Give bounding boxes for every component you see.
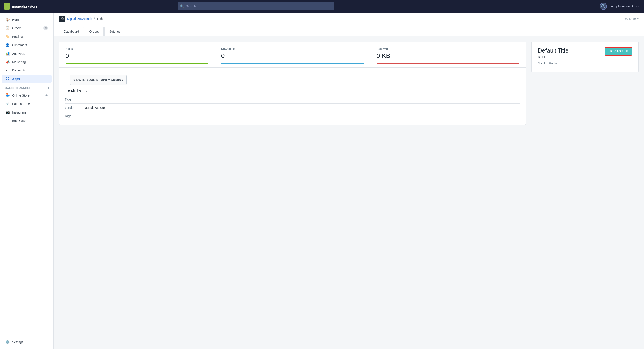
sidebar-item-online-store[interactable]: 🏪 Online Store 👁 [2,91,52,99]
sidebar-item-label: Buy Button [12,119,28,122]
topnav-right: mageplazastore Admin [600,3,640,10]
content-area: Sales 0 Downloads 0 Bandwidth [54,36,644,130]
lower-section: Sales 0 Downloads 0 Bandwidth [59,41,639,125]
product-type-label: Type [64,98,82,101]
sidebar-item-label: Orders [12,26,22,30]
sidebar-item-customers[interactable]: 👤 Customers [2,41,52,49]
orders-badge: 9 [44,26,48,30]
svg-rect-3 [6,79,8,80]
product-vendor-label: Vendor [64,106,82,109]
marketing-icon: 📣 [5,60,10,64]
breadcrumb-app-link[interactable]: Digital Downloads [67,17,92,20]
view-admin-button[interactable]: VIEW IN YOUR SHOPIFY ADMIN › [70,75,126,85]
svg-rect-1 [6,77,8,78]
sidebar-item-label: Customers [12,43,27,47]
point-of-sale-icon: 🛒 [5,102,10,106]
instagram-icon: 📷 [5,110,10,114]
main-layout: 🏠 Home 📋 Orders 9 🏷️ Products 👤 Customer… [0,12,644,349]
sidebar-item-label: Online Store [12,94,30,97]
stat-sales-bar [66,63,208,64]
stat-downloads-label: Downloads [221,47,364,50]
sidebar-item-analytics[interactable]: 📊 Analytics [2,49,52,58]
variant-title: Default Title [538,47,568,54]
upload-file-button[interactable]: UPLOAD FILE [605,47,632,56]
stats-row: Sales 0 Downloads 0 Bandwidth [59,42,526,68]
stat-sales-label: Sales [66,47,208,50]
tabs-bar: Dashboard Orders Settings [54,25,644,36]
breadcrumb-separator: / [94,17,95,20]
sidebar-item-label: Apps [12,77,20,81]
settings-icon: ⚙️ [5,340,10,344]
variant-header: Default Title $0.00 No file attached UPL… [538,47,632,65]
stats-card: Sales 0 Downloads 0 Bandwidth [59,41,526,125]
sidebar-item-buy-button[interactable]: 🛍 Buy Button [2,117,52,125]
sidebar-item-point-of-sale[interactable]: 🛒 Point of Sale [2,100,52,108]
analytics-icon: 📊 [5,51,10,56]
product-tags-label: Tags [64,114,82,118]
no-file-label: No file attached [538,61,568,65]
product-name: Trendy T-shirt [64,88,520,95]
tab-settings[interactable]: Settings [104,27,125,36]
sidebar-item-home[interactable]: 🏠 Home [2,15,52,24]
variant-info: Default Title $0.00 No file attached [538,47,568,65]
discounts-icon: 🏷 [5,68,10,72]
search-container: 🔍 [178,2,334,10]
sidebar-item-marketing[interactable]: 📣 Marketing [2,58,52,66]
sidebar-item-label: Products [12,35,24,38]
visibility-icon[interactable]: 👁 [45,94,48,97]
tab-dashboard[interactable]: Dashboard [59,27,84,36]
stat-bandwidth: Bandwidth 0 KB [370,42,526,67]
sidebar-main-nav: 🏠 Home 📋 Orders 9 🏷️ Products 👤 Customer… [0,15,54,83]
stat-bandwidth-value: 0 KB [376,52,520,59]
stat-downloads-value: 0 [221,52,364,59]
stat-downloads: Downloads 0 [215,42,370,67]
sidebar-item-settings[interactable]: ⚙️ Settings [2,338,52,346]
add-sales-channel-button[interactable]: + [48,86,50,90]
brand-logo[interactable]: mageplazastore [4,3,44,9]
product-field-type: Type [64,95,520,104]
sidebar-item-apps[interactable]: Apps [2,75,52,83]
svg-rect-2 [8,77,10,78]
product-field-tags: Tags [64,112,520,120]
product-field-vendor: Vendor mageplazastore [64,104,520,112]
sidebar-item-label: Home [12,18,20,21]
left-column: Sales 0 Downloads 0 Bandwidth [59,41,526,125]
main-content: Digital Downloads / T-shirt by Shopify D… [54,12,644,349]
by-shopify-label: by Shopify [625,17,639,20]
variant-card: Default Title $0.00 No file attached UPL… [531,41,639,72]
sidebar-item-orders[interactable]: 📋 Orders 9 [2,24,52,32]
tab-orders[interactable]: Orders [85,27,104,36]
sidebar-item-label: Marketing [12,60,26,64]
search-input[interactable] [178,2,334,10]
sidebar-item-discounts[interactable]: 🏷 Discounts [2,66,52,74]
breadcrumb: Digital Downloads / T-shirt [59,16,105,22]
stat-sales-value: 0 [66,52,208,59]
sidebar: 🏠 Home 📋 Orders 9 🏷️ Products 👤 Customer… [0,12,54,349]
search-icon: 🔍 [180,4,184,8]
sidebar-item-label: Analytics [12,52,24,55]
sales-channels-title: SALES CHANNELS + [0,83,54,91]
apps-icon [5,77,10,81]
top-navigation: mageplazastore 🔍 mageplazastore Admin [0,0,644,12]
variant-price: $0.00 [538,55,568,59]
sidebar-item-products[interactable]: 🏷️ Products [2,32,52,41]
svg-rect-4 [8,79,10,80]
sidebar-item-label: Discounts [12,69,26,72]
app-icon [59,16,65,22]
online-store-icon: 🏪 [5,93,10,97]
customers-icon: 👤 [5,43,10,47]
product-vendor-value: mageplazastore [82,106,105,109]
sidebar-item-label: Point of Sale [12,102,30,106]
avatar[interactable] [600,3,607,10]
admin-label: mageplazastore Admin [609,4,640,8]
product-info: Trendy T-shirt Type Vendor mageplazastor… [64,88,520,120]
home-icon: 🏠 [5,17,10,22]
sales-channels-section: SALES CHANNELS + 🏪 Online Store 👁 🛒 Poin… [0,83,54,125]
stat-bandwidth-label: Bandwidth [376,47,520,50]
products-icon: 🏷️ [5,34,10,39]
brand-name: mageplazastore [12,4,37,8]
sidebar-bottom: ⚙️ Settings [0,336,54,346]
stat-sales: Sales 0 [59,42,215,67]
sidebar-item-instagram[interactable]: 📷 Instagram [2,108,52,116]
right-column: Default Title $0.00 No file attached UPL… [531,41,639,125]
